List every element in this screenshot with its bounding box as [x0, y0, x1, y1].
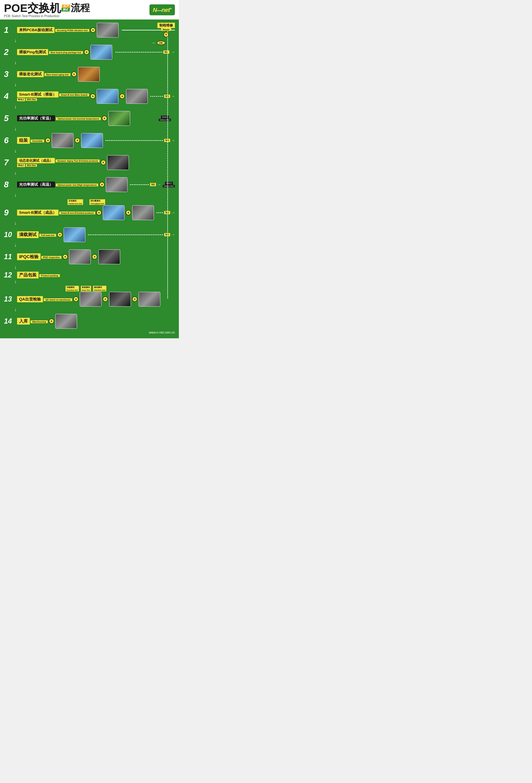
step-11-down: ↓	[14, 265, 175, 270]
step-9-through-cn: 吞吐量测试	[90, 199, 105, 202]
step-6-plus2: +	[75, 138, 80, 143]
step-12-down-arrow: ↓	[14, 279, 17, 284]
step-7-num: 7	[4, 158, 14, 167]
step-13-down-arrow: ↓	[14, 307, 17, 312]
step-5-down: ↓	[14, 126, 175, 131]
step-12-block: 12 产品包装 Product packing ↓	[4, 272, 175, 284]
step-9-block: 丢包测试 Packet loss test 吞吐量测试 Throughput t…	[4, 199, 175, 225]
step-10-down: ↓	[14, 243, 175, 247]
main-area: 制程维修 Repair + ← OK 1 来料PCBA振动测试 Incoming…	[0, 20, 179, 338]
step-2-image	[91, 45, 112, 60]
step-11-down-arrow: ↓	[14, 265, 17, 270]
step-9-content: Smart-B测试（成品） Smart-B test (Finished pro…	[17, 210, 95, 216]
step-10-row: 10 满载测试 Full load test + NG →	[4, 227, 175, 242]
step-11-image1	[69, 249, 91, 264]
step-9-down-arrow: ↓	[14, 221, 17, 225]
step-9-packet-cn: 丢包测试	[68, 199, 83, 202]
step-4-image2	[126, 89, 148, 104]
step-12-content: 产品包装 Product packing	[17, 272, 60, 278]
step-6-ng: NG	[164, 139, 170, 142]
step-2-plus: +	[84, 50, 89, 55]
step-13-label-cn: QA出货检验	[17, 296, 43, 302]
step-8-plus: +	[99, 182, 104, 187]
step-3-down: ↓	[14, 82, 175, 87]
step-13-func: 功能测试 Function test	[66, 286, 79, 291]
step-10-label-cn: 满载测试	[17, 231, 39, 238]
step-10-block: 10 满载测试 Full load test + NG → ↓	[4, 227, 175, 247]
step-5-content: 光功率测试（常温） Optical power test (normal tem…	[17, 115, 101, 121]
step-4-sub-cn: 带光口	[17, 98, 25, 101]
step-6-ng-line	[105, 140, 163, 141]
step-13-block: 功能测试 Function test 跌落测试 Drop Test 振动测试 V…	[4, 286, 175, 312]
step-6-block: 6 组装 Assembly + + NG → ↓	[4, 133, 175, 153]
step-8-label-en: Optical power test (High temperature)	[56, 184, 98, 186]
step-1-plus: +	[91, 27, 96, 33]
step-8-down: ↓	[14, 192, 175, 197]
step-12-down: ↓	[14, 279, 175, 284]
step-6-row: 6 组装 Assembly + + NG →	[4, 133, 175, 148]
step-14-num: 14	[4, 318, 14, 325]
step-5-row: 5 光功率测试（常温） Optical power test (normal t…	[4, 111, 175, 126]
step-1-num: 1	[4, 26, 14, 34]
step-6-label-en: Assembly	[31, 139, 44, 143]
step-13-plus2: +	[103, 296, 108, 302]
step-13-func-cn: 功能测试	[66, 286, 79, 289]
step-14-label-cn: 入库	[17, 318, 30, 324]
step-7-plus: +	[101, 160, 106, 165]
step-14-block: 14 入库 Warehousing +	[4, 314, 175, 329]
step-9-row: 9 Smart-B测试（成品） Smart-B test (Finished p…	[4, 205, 175, 220]
step-9-packet-en: Packet loss test	[68, 202, 83, 205]
step-7-down-arrow: ↓	[14, 170, 17, 175]
step-4-num: 4	[4, 92, 14, 100]
step-7-sub-cn: 带光口	[17, 164, 25, 167]
step-3-block: 3 裸板老化测试 Bare board aging test + ↓	[4, 67, 175, 87]
step-4-down: ↓	[14, 104, 175, 109]
ok-label: OK	[157, 41, 166, 45]
step-10-content: 满载测试 Full load test	[17, 231, 56, 238]
step-7-block: 7 动态老化测试（成品） Dynamic Aging Test (Finishe…	[4, 155, 175, 175]
step-1-down: ↓	[14, 38, 175, 43]
step-13-image3	[138, 292, 160, 307]
step-4-row: 4 Smart-B测试（裸板） Smart-B test (Bare board…	[4, 89, 175, 104]
step-13-drop: 跌落测试 Drop Test	[81, 286, 91, 291]
step-1-content: 来料PCBA振动测试 Incoming PCBA vibration test	[17, 27, 89, 33]
badge-produce: 生产	[62, 5, 70, 8]
step-12-label-cn: 产品包装	[17, 272, 39, 278]
step-5-plus: +	[102, 116, 107, 121]
repair-plus: +	[164, 32, 169, 37]
step-4-block: 4 Smart-B测试（裸板） Smart-B test (Bare board…	[4, 89, 175, 109]
step-2-ng: NG	[163, 51, 169, 54]
step-7-label-cn: 动态老化测试（成品）	[17, 158, 55, 163]
step-8-nofiber: 无光口 Without fiber	[163, 182, 175, 187]
step-4-ng-line	[150, 96, 163, 97]
step-11-plus1: +	[63, 254, 68, 259]
step-13-down: ↓	[14, 307, 175, 312]
step-4-plus1: +	[90, 94, 95, 99]
step-8-content: 光功率测试（高温） Optical power test (High tempe…	[17, 182, 98, 188]
step-1-down-arrow: ↓	[14, 38, 17, 43]
step-6-content: 组装 Assembly	[17, 137, 44, 144]
step-8-image	[106, 177, 128, 192]
step-1-row: 1 来料PCBA振动测试 Incoming PCBA vibration tes…	[4, 23, 175, 38]
step-9-label-cn: Smart-B测试（成品）	[17, 210, 59, 216]
step-1-label-cn: 来料PCBA振动测试	[17, 27, 55, 33]
page: POE交换机 生产 测试 流程 POE Switch Test Process …	[0, 0, 179, 338]
step-5-nofiber-en: Without fiber	[159, 119, 171, 121]
step-9-plus2: +	[126, 210, 131, 215]
title-en: POE Switch Test Process in Production	[4, 14, 90, 18]
step-13-plus1: +	[73, 296, 78, 302]
step-6-down-arrow: ↓	[14, 148, 17, 153]
step-5-num: 5	[4, 114, 14, 123]
step-4-content: Smart-B测试（裸板） Smart-B test (Bare board) …	[17, 92, 89, 101]
step-9-image2	[132, 205, 154, 220]
step-2-block: 2 裸板Ping包测试 Bare board ping package test…	[4, 45, 175, 65]
step-8-nofiber-cn: 无光口	[165, 182, 173, 185]
step-1-image	[97, 23, 119, 38]
badge-test: 测试	[61, 8, 70, 11]
step-5-image	[108, 111, 130, 126]
step-3-image	[78, 67, 100, 82]
step-13-num: 13	[4, 295, 14, 303]
step-4-sub-en: With fiber	[26, 98, 37, 101]
step-8-ng-line	[130, 184, 149, 185]
step-4-down-arrow: ↓	[14, 104, 17, 109]
